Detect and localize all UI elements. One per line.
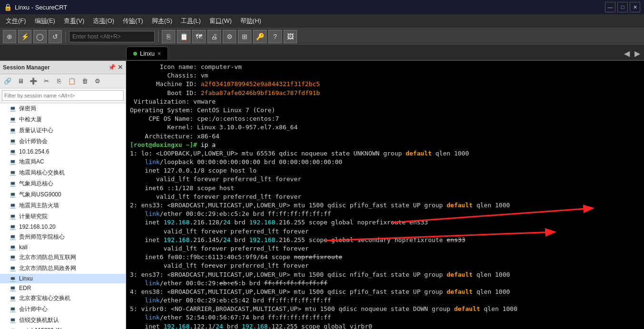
menu-file[interactable]: 文件(F) [2, 15, 30, 27]
session-item-kuaiji-center[interactable]: 💻 会计师中心 [0, 304, 126, 315]
toolbar-copy-btn[interactable]: ⎘ [162, 30, 175, 43]
tab-arrow-right[interactable]: ▶ [633, 47, 642, 60]
session-item-icon: 💻 [10, 276, 16, 282]
session-item-xinrui[interactable]: 💻 信锐交换机默认 [0, 315, 126, 326]
session-item-edr[interactable]: 💻 EDR [0, 283, 126, 293]
session-item-label: 气象局USG9000 [19, 191, 61, 199]
menu-edit[interactable]: 编辑(E) [31, 15, 59, 27]
session-item-beijing-gov[interactable]: 💻 北京市消防总局政务网 [0, 263, 126, 274]
session-item-qixiang-usg[interactable]: 💻 气象局USG9000 [0, 189, 126, 200]
maximize-button[interactable]: □ [617, 2, 628, 12]
session-item-dizhen-core[interactable]: 💻 地震局核心交换机 [0, 167, 126, 178]
toolbar-key-btn[interactable]: 🔑 [253, 30, 267, 43]
toolbar-paste-btn[interactable]: 📋 [177, 30, 190, 43]
session-item-label: 北京市消防总局政务网 [19, 264, 76, 272]
session-filter-input[interactable] [2, 90, 124, 101]
session-item-192-168[interactable]: 💻 192.168.10.20 [0, 222, 126, 232]
session-item-beijing-inet[interactable]: 💻 北京市消防总局互联网 [0, 252, 126, 263]
session-item-label: 会计师协会 [19, 137, 48, 145]
session-item-label: 地震局主防火墙 [19, 202, 59, 210]
toolbar-map-btn[interactable]: 🗺 [192, 30, 206, 43]
title-bar-left: 🔒 Linxu - SecureCRT [4, 3, 67, 11]
menu-help[interactable]: 帮助(H) [237, 15, 265, 27]
toolbar-layout-btn[interactable]: ⊞ [238, 30, 251, 43]
menu-window[interactable]: 窗口(W) [206, 15, 236, 27]
session-cut-btn[interactable]: ✂ [40, 76, 52, 87]
session-item-icon: 💻 [10, 317, 16, 323]
session-item-icon: 💻 [10, 244, 16, 251]
session-manager-header: Session Manager 📌 ✕ [0, 61, 126, 74]
toolbar-btn-4[interactable]: ↺ [49, 30, 62, 43]
session-item-icon: 💻 [10, 254, 16, 261]
minimize-button[interactable]: — [605, 2, 615, 12]
session-connect-btn[interactable]: 🔗 [2, 76, 13, 87]
session-manager-title: Session Manager [3, 64, 50, 71]
session-item-linxu[interactable]: 💻 Linxu [0, 274, 126, 283]
close-button[interactable]: ✕ [630, 2, 640, 12]
session-item-icon: 💻 [10, 116, 16, 123]
session-item-label: 10.16.254.6 [19, 148, 49, 155]
session-item-label: 保密局 [19, 105, 36, 113]
session-item-jiliang[interactable]: 💻 计量研究院 [0, 211, 126, 222]
toolbar-btn-1[interactable]: ⊕ [3, 30, 16, 43]
session-item-dizhen-fw[interactable]: 💻 地震局主防火墙 [0, 200, 126, 211]
tab-linxu[interactable]: Linxu × [126, 47, 168, 60]
host-input[interactable] [69, 31, 155, 42]
session-item-icon: 💻 [10, 285, 16, 291]
session-item-icon: 💻 [10, 192, 16, 198]
session-item-icon: 💻 [10, 265, 16, 271]
session-item-label: 北京赛宝核心交换机 [19, 294, 70, 302]
pin-icon[interactable]: 📌 [108, 64, 116, 71]
session-item-label: 北京市消防总局互联网 [19, 253, 76, 261]
session-item-zhiliang[interactable]: 💻 质量认证中心 [0, 125, 126, 136]
session-item-label: 192.168.10.20 [19, 223, 56, 230]
session-item-label: 地震局核心交换机 [19, 169, 65, 177]
tab-close-btn[interactable]: × [158, 50, 161, 57]
toolbar-extra-btn[interactable]: 🖼 [284, 30, 297, 43]
session-item-kuaiji[interactable]: 💻 会计师协会 [0, 136, 126, 147]
terminal-area[interactable]: Icon name: computer-vm Chassis: vm Machi… [126, 61, 644, 329]
session-item-label: 贵州师范学院核心 [19, 233, 65, 241]
tab-arrow-left[interactable]: ◀ [622, 47, 632, 60]
session-item-icon: 💻 [10, 106, 16, 112]
session-item-dizhen-ac[interactable]: 💻 地震局AC [0, 156, 126, 167]
toolbar-settings-btn[interactable]: ⚙ [223, 30, 236, 43]
toolbar-help-btn[interactable]: ? [268, 30, 282, 43]
session-item-kali[interactable]: 💻 kali [0, 242, 126, 252]
tab-arrows: ◀ ▶ [622, 47, 644, 60]
session-item-icon: 💻 [10, 138, 16, 145]
session-item-icon: 💻 [10, 203, 16, 209]
session-properties-btn[interactable]: ⚙ [92, 76, 103, 87]
content-area: Session Manager 📌 ✕ 🔗 🖥 ➕ ✂ ⎘ 📋 🗑 ⚙ 💻 保密… [0, 61, 644, 329]
session-item-icon: 💻 [10, 170, 16, 176]
session-item-beijing-saibao[interactable]: 💻 北京赛宝核心交换机 [0, 293, 126, 304]
toolbar-print-btn[interactable]: 🖨 [208, 30, 221, 43]
menu-options[interactable]: 选项(O) [89, 15, 118, 27]
session-list: 💻 保密局 💻 中检大厦 💻 质量认证中心 💻 会计师协会 💻 10.16.25… [0, 103, 126, 329]
session-item-guizhou[interactable]: 💻 贵州师范学院核心 [0, 232, 126, 242]
menu-transfer[interactable]: 传输(T) [119, 15, 147, 27]
session-item-serial[interactable]: 💻 serial-115200 (1) [0, 326, 126, 329]
session-item-10-16[interactable]: 💻 10.16.254.6 [0, 147, 126, 156]
menu-view[interactable]: 查看(V) [60, 15, 88, 27]
session-paste-btn[interactable]: 📋 [66, 76, 78, 87]
title-bar-controls: — □ ✕ [605, 2, 640, 12]
session-delete-btn[interactable]: 🗑 [79, 76, 90, 87]
session-add-btn[interactable]: ➕ [28, 76, 39, 87]
session-item-qixiang-core[interactable]: 💻 气象局总核心 [0, 178, 126, 189]
session-item-label: serial-115200 (1) [19, 327, 62, 329]
session-copy-btn[interactable]: ⎘ [53, 76, 65, 87]
session-new-session-btn[interactable]: 🖥 [15, 76, 26, 87]
toolbar-sep-1 [65, 31, 66, 42]
session-item-icon: 💻 [10, 149, 16, 155]
session-item-zhongjian[interactable]: 💻 中检大厦 [0, 114, 126, 125]
toolbar-btn-2[interactable]: ⚡ [18, 30, 31, 43]
close-session-panel-icon[interactable]: ✕ [118, 64, 123, 71]
session-item-baomiju[interactable]: 💻 保密局 [0, 103, 126, 114]
session-item-icon: 💻 [10, 234, 16, 240]
session-toolbar: 🔗 🖥 ➕ ✂ ⎘ 📋 🗑 ⚙ [0, 74, 126, 88]
menu-script[interactable]: 脚本(S) [148, 15, 176, 27]
toolbar-btn-3[interactable]: ◯ [33, 30, 47, 43]
session-item-icon: 💻 [10, 127, 16, 134]
menu-tools[interactable]: 工具(L) [177, 15, 205, 27]
